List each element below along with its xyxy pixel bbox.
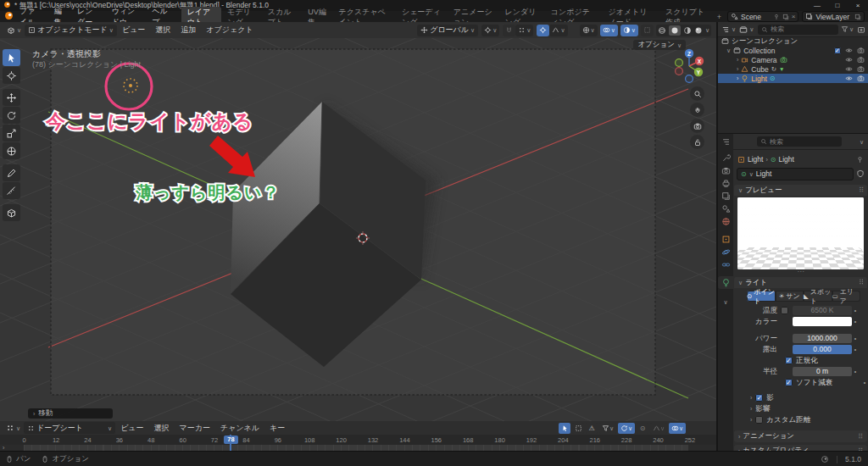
ds-filter-button[interactable]: ∨: [599, 423, 616, 434]
tab-column-chevron[interactable]: ∨: [718, 296, 733, 308]
blender-menu-icon[interactable]: [4, 11, 14, 22]
ds-frame-tool[interactable]: [572, 423, 584, 434]
new-collection-icon[interactable]: [857, 25, 865, 34]
ds-overlay-toggle[interactable]: ∨: [669, 423, 686, 434]
ds-menu-marker[interactable]: マーカー: [175, 423, 215, 434]
add-workspace-button[interactable]: +: [711, 12, 727, 22]
ds-falloff-selector[interactable]: ∨: [650, 423, 667, 434]
light-type-point[interactable]: ⊙ポイント: [747, 291, 776, 302]
viewlayer-selector[interactable]: ViewLayer: [802, 11, 865, 22]
minimize-button[interactable]: —: [807, 0, 827, 11]
mode-selector[interactable]: オブジェクトモード ∨: [25, 25, 117, 36]
transform-orientation-selector[interactable]: グローバル ∨: [417, 25, 478, 36]
exposure-slider[interactable]: 0.000: [793, 345, 852, 354]
tab-constraints[interactable]: [718, 258, 733, 271]
animation-panel-header[interactable]: › アニメーション ⠿: [734, 430, 867, 442]
tool-select-box[interactable]: [3, 49, 20, 66]
proportional-editing-toggle[interactable]: [537, 25, 549, 36]
tab-physics[interactable]: [718, 246, 733, 258]
zoom-button[interactable]: [690, 86, 704, 101]
tab-view-layer[interactable]: [718, 190, 733, 202]
shading-material-icon[interactable]: [683, 26, 692, 35]
menu-add[interactable]: 追加: [175, 25, 201, 36]
current-frame-badge[interactable]: 78: [224, 435, 238, 444]
tab-render[interactable]: [718, 164, 733, 177]
pin-icon[interactable]: [773, 14, 780, 20]
dopesheet-editor-type-button[interactable]: ∨: [3, 422, 24, 434]
render-visibility-icon[interactable]: [857, 47, 865, 54]
properties-header-chevron[interactable]: ∨: [860, 139, 864, 145]
lock-view-button[interactable]: [690, 135, 704, 149]
ds-snap-button[interactable]: ∨: [618, 423, 635, 434]
snap-toggle[interactable]: [503, 25, 515, 36]
normalize-checkbox[interactable]: ✓: [785, 357, 793, 364]
preview-resize-grip[interactable]: ⋯: [737, 269, 865, 275]
editor-type-button[interactable]: ∨: [3, 25, 25, 36]
preview-panel-header[interactable]: ∨ プレビュー ⠿: [734, 185, 867, 196]
tool-scale[interactable]: [3, 125, 20, 141]
viewport-3d[interactable]: 今ここにライトがある 薄っすら明るい？ カメラ・透視投影 (78) シーンコレク…: [0, 38, 716, 421]
temperature-checkbox[interactable]: [781, 307, 788, 314]
ds-menu-key[interactable]: キー: [264, 423, 290, 434]
maximize-button[interactable]: □: [827, 0, 848, 11]
soft-falloff-checkbox[interactable]: ✓: [785, 379, 793, 386]
dopesheet-channel-strip[interactable]: [24, 445, 688, 451]
hide-eye-icon[interactable]: [845, 75, 853, 82]
xray-toggle[interactable]: ∨: [620, 25, 638, 36]
shading-rendered-icon[interactable]: [694, 26, 703, 35]
close-button[interactable]: ×: [848, 0, 868, 11]
datablock-name-field[interactable]: ⊙ ∨ Light: [737, 168, 854, 180]
snap-target-selector[interactable]: ∨: [515, 25, 533, 36]
light-type-area[interactable]: ▭エリア: [832, 291, 861, 302]
tab-tool[interactable]: [718, 152, 733, 164]
ds-select-tool[interactable]: [559, 423, 570, 434]
overlays-toggle[interactable]: ∨: [600, 25, 618, 36]
pan-button[interactable]: [690, 103, 704, 117]
viewlayer-copy-icon[interactable]: [854, 14, 861, 20]
outliner-row-collection[interactable]: ∨ Collection ✓: [718, 46, 868, 55]
xray-disabled-button[interactable]: [641, 25, 654, 36]
scene-unlink-icon[interactable]: ×: [792, 13, 796, 20]
outliner-row-light[interactable]: › Light ⊙: [718, 74, 868, 83]
show-gizmo-dropdown[interactable]: ∨: [580, 25, 598, 36]
dopesheet-mode-selector[interactable]: ドープシート ∨: [24, 422, 115, 434]
shadow-subpanel[interactable]: › ✓ 影: [733, 392, 868, 403]
collection-checkbox[interactable]: ✓: [834, 47, 841, 54]
menu-view[interactable]: ビュー: [117, 25, 150, 36]
tool-transform[interactable]: [3, 142, 20, 159]
outliner-editor-type-button[interactable]: ∨: [720, 24, 737, 36]
outliner-row-camera[interactable]: › Camera: [718, 55, 868, 64]
copy-icon[interactable]: [782, 14, 789, 20]
tab-object-data[interactable]: [718, 276, 733, 289]
breadcrumb-object[interactable]: Light: [748, 155, 763, 164]
tool-annotate[interactable]: [3, 164, 20, 181]
pin-icon[interactable]: [856, 156, 864, 164]
tool-add-cube[interactable]: [3, 204, 20, 221]
tab-scene[interactable]: [718, 202, 733, 215]
ds-proportional-toggle[interactable]: ⊙: [637, 423, 648, 434]
render-visibility-icon[interactable]: [857, 56, 865, 64]
tab-world[interactable]: [718, 215, 733, 228]
breadcrumb-data[interactable]: Light: [778, 155, 793, 164]
ds-warning-button[interactable]: ⚠: [586, 423, 598, 434]
outliner-row-scene-collection[interactable]: シーンコレクション: [718, 36, 868, 46]
outliner-row-cube[interactable]: › Cube ↻ ▼: [718, 64, 868, 74]
properties-search-input[interactable]: 検索: [757, 136, 842, 147]
custom-distance-subpanel[interactable]: › カスタム距離: [733, 414, 868, 425]
tab-output[interactable]: [718, 177, 733, 190]
tool-measure[interactable]: [3, 182, 20, 199]
hide-eye-icon[interactable]: [845, 56, 853, 64]
channel-expand-icon[interactable]: ›: [3, 445, 4, 451]
light-type-sun[interactable]: ☀サン: [776, 291, 804, 302]
light-type-spot[interactable]: ◣スポット: [804, 291, 832, 302]
influence-subpanel[interactable]: › 影響: [733, 403, 868, 414]
shadow-checkbox[interactable]: ✓: [755, 394, 763, 402]
render-visibility-icon[interactable]: [857, 65, 865, 73]
operator-panel-move[interactable]: › 移動: [28, 408, 113, 419]
tool-move[interactable]: [3, 89, 20, 106]
tool-rotate[interactable]: [3, 107, 20, 124]
pivot-point-selector[interactable]: ∨: [481, 25, 499, 36]
outliner-display-mode-button[interactable]: ∨: [737, 24, 755, 36]
render-visibility-icon[interactable]: [857, 75, 865, 82]
shading-solid-button[interactable]: [669, 25, 681, 36]
